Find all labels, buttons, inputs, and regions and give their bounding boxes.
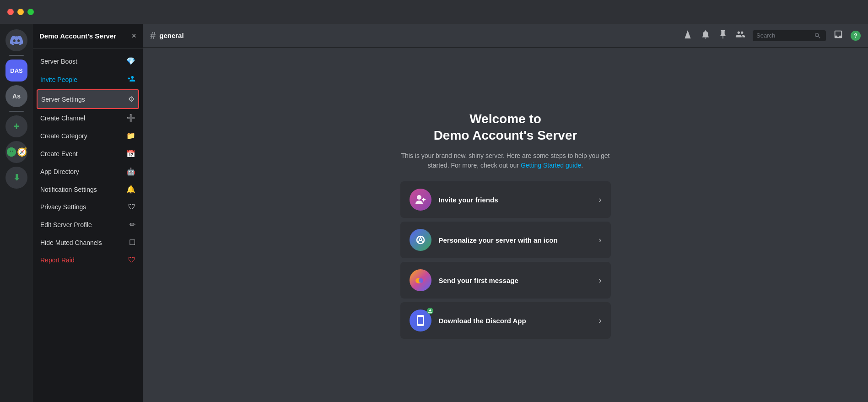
welcome-subtitle: This is your brand new, shiny server. He… (400, 151, 611, 170)
download-button[interactable]: ⬇ (5, 167, 27, 189)
context-menu-items: Server Boost 💎 Invite People Server Sett… (33, 49, 143, 272)
sidebar-item-as[interactable]: As (5, 85, 27, 107)
menu-item-label: Hide Muted Channels (40, 239, 102, 246)
personalize-label: Personalize your server with an icon (439, 236, 592, 244)
menu-item-label: Server Settings (41, 96, 85, 103)
welcome-title: Welcome to Demo Account's Server (400, 111, 611, 144)
minimize-button[interactable] (17, 9, 24, 15)
app-directory-icon: 🤖 (126, 167, 135, 176)
invite-icon (127, 75, 135, 85)
menu-item-app-directory[interactable]: App Directory 🤖 (37, 163, 139, 180)
traffic-lights (7, 9, 34, 15)
action-cards: Invite your friends › Personalize your s… (400, 181, 611, 339)
personalize-card[interactable]: Personalize your server with an icon › (400, 222, 611, 258)
create-category-icon: 📁 (126, 131, 135, 140)
context-server-name: Demo Account's Server (39, 32, 116, 40)
first-message-card[interactable]: Send your first message › (400, 262, 611, 299)
help-icon[interactable]: ? (851, 31, 861, 41)
menu-item-create-event[interactable]: Create Event 📅 (37, 145, 139, 163)
menu-item-server-settings[interactable]: Server Settings ⚙ (37, 89, 139, 109)
chevron-right-icon: › (599, 276, 602, 285)
download-app-card[interactable]: Download the Discord App › (400, 302, 611, 339)
search-icon (814, 32, 821, 39)
invite-friends-label: Invite your friends (439, 196, 592, 204)
chevron-right-icon: › (599, 316, 602, 326)
menu-item-label: Create Event (40, 150, 78, 158)
menu-item-server-boost[interactable]: Server Boost 💎 (37, 52, 139, 70)
maximize-button[interactable] (27, 9, 34, 15)
privacy-icon: 🛡 (128, 203, 135, 211)
members-icon[interactable] (735, 29, 745, 42)
channel-header: # general (143, 24, 868, 48)
welcome-area: Welcome to Demo Account's Server This is… (143, 48, 868, 402)
bell-icon[interactable] (701, 29, 711, 42)
sidebar-item-das[interactable]: DAS (5, 60, 27, 81)
app-layout: DAS As + 🧭 ⬇ Demo Account's Server × Ser… (0, 24, 868, 402)
sidebar-divider (9, 55, 24, 56)
search-input[interactable] (756, 32, 811, 39)
invite-friends-icon (410, 189, 431, 211)
chevron-right-icon: › (599, 235, 602, 245)
personalize-icon (410, 229, 431, 251)
welcome-container: Welcome to Demo Account's Server This is… (400, 111, 611, 339)
channel-hash-icon: # (150, 30, 156, 42)
boost-icon: 💎 (126, 57, 135, 65)
notification-icon: 🔔 (126, 185, 135, 194)
menu-item-create-category[interactable]: Create Category 📁 (37, 127, 139, 145)
menu-item-invite-people[interactable]: Invite People (37, 70, 139, 89)
header-actions: ? (682, 29, 861, 42)
create-event-icon: 📅 (126, 149, 135, 158)
getting-started-link[interactable]: Getting Started guide (521, 162, 581, 169)
context-header: Demo Account's Server × (33, 24, 143, 49)
menu-item-label: Create Category (40, 132, 87, 140)
menu-item-label: Server Boost (40, 58, 77, 65)
context-panel: Demo Account's Server × Server Boost 💎 I… (33, 24, 143, 402)
menu-item-notification-settings[interactable]: Notification Settings 🔔 (37, 180, 139, 198)
close-icon[interactable]: × (131, 31, 136, 41)
sidebar-divider-2 (9, 111, 24, 112)
menu-item-label: Create Channel (40, 114, 85, 122)
menu-item-report-raid[interactable]: Report Raid 🛡 (37, 251, 139, 269)
create-channel-icon: ➕ (126, 114, 135, 122)
menu-item-label: Notification Settings (40, 186, 97, 193)
menu-item-hide-muted-channels[interactable]: Hide Muted Channels ☐ (37, 234, 139, 251)
discover-servers-button[interactable]: 🧭 (5, 141, 27, 163)
add-server-button[interactable]: + (5, 115, 27, 137)
menu-item-label: Report Raid (40, 256, 75, 264)
server-sidebar: DAS As + 🧭 ⬇ (0, 24, 33, 402)
settings-icon: ⚙ (128, 95, 135, 103)
menu-item-label: Edit Server Profile (40, 221, 92, 228)
inbox-icon[interactable] (833, 29, 843, 42)
first-message-label: Send your first message (439, 277, 592, 284)
main-content: # general (143, 24, 868, 402)
menu-item-privacy-settings[interactable]: Privacy Settings 🛡 (37, 198, 139, 216)
invite-friends-card[interactable]: Invite your friends › (400, 181, 611, 218)
channel-name: general (159, 32, 183, 39)
title-bar (0, 0, 868, 24)
search-bar[interactable] (753, 30, 826, 41)
menu-item-create-channel[interactable]: Create Channel ➕ (37, 109, 139, 127)
pin-icon[interactable] (718, 29, 728, 42)
menu-item-label: App Directory (40, 168, 79, 175)
discord-home-button[interactable] (5, 29, 27, 51)
menu-item-label: Invite People (40, 76, 77, 83)
chevron-right-icon: › (599, 195, 602, 205)
download-app-icon (410, 310, 431, 331)
hide-muted-icon: ☐ (129, 238, 135, 247)
report-icon: 🛡 (128, 256, 135, 264)
menu-item-edit-server-profile[interactable]: Edit Server Profile ✏ (37, 216, 139, 234)
threads-icon[interactable] (682, 29, 693, 42)
download-app-label: Download the Discord App (439, 317, 592, 325)
svg-point-4 (419, 278, 423, 283)
close-button[interactable] (7, 9, 14, 15)
menu-item-label: Privacy Settings (40, 203, 86, 211)
message-icon (410, 269, 431, 291)
svg-point-0 (417, 195, 421, 200)
svg-rect-5 (428, 312, 431, 313)
edit-icon: ✏ (129, 220, 135, 229)
